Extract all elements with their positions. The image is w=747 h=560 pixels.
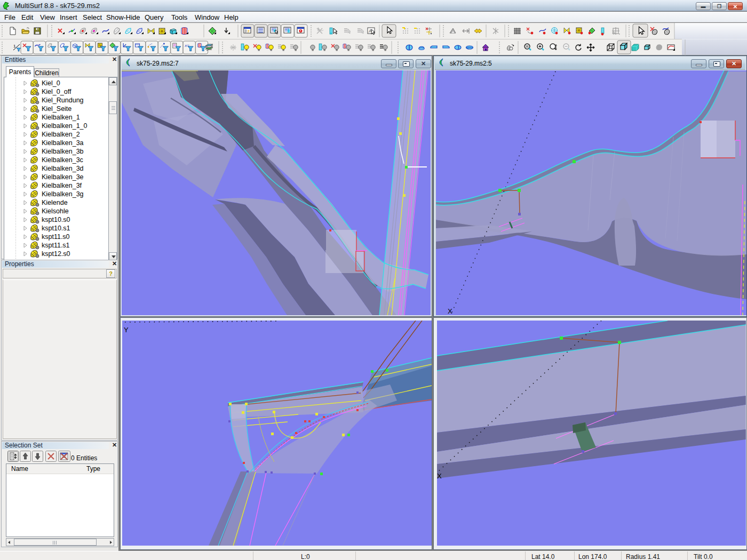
svg-text:kspt10.s0: kspt10.s0 <box>42 216 70 223</box>
svg-text:kspt12.s0: kspt12.s0 <box>42 250 70 258</box>
svg-text:Kielbalken_3e: Kielbalken_3e <box>42 173 84 181</box>
svg-text:Kielbalken_1_0: Kielbalken_1_0 <box>42 122 88 130</box>
svg-text:kspt10.s1: kspt10.s1 <box>42 225 70 232</box>
svg-text:X: X <box>437 472 442 480</box>
svg-text:kspt11.s1: kspt11.s1 <box>42 242 70 249</box>
svg-text:Kielbalken_3g: Kielbalken_3g <box>42 190 84 198</box>
svg-text:Kielbalken_1: Kielbalken_1 <box>42 114 80 121</box>
svg-text:Kielbalken_3d: Kielbalken_3d <box>42 165 84 172</box>
svg-text:Kielende: Kielende <box>42 199 68 206</box>
svg-text:Kielbalken_3c: Kielbalken_3c <box>42 156 83 164</box>
svg-text:Kielbalken_3b: Kielbalken_3b <box>42 148 84 155</box>
svg-text:Kiel_0: Kiel_0 <box>42 79 60 87</box>
svg-text:kspt11.s0: kspt11.s0 <box>42 233 70 241</box>
svg-text:Kiel_Rundung: Kiel_Rundung <box>42 97 84 104</box>
svg-text:Y: Y <box>124 326 129 334</box>
svg-text:Kielbalken_2: Kielbalken_2 <box>42 131 80 138</box>
svg-text:Kielbalken_3f: Kielbalken_3f <box>42 182 82 189</box>
svg-text:Kielbalken_3a: Kielbalken_3a <box>42 139 84 147</box>
svg-text:Kielsohle: Kielsohle <box>42 207 69 215</box>
svg-text:Kiel_Seite: Kiel_Seite <box>42 105 71 113</box>
svg-text:X: X <box>448 307 452 315</box>
svg-text:Kiel_0_off: Kiel_0_off <box>42 88 71 95</box>
